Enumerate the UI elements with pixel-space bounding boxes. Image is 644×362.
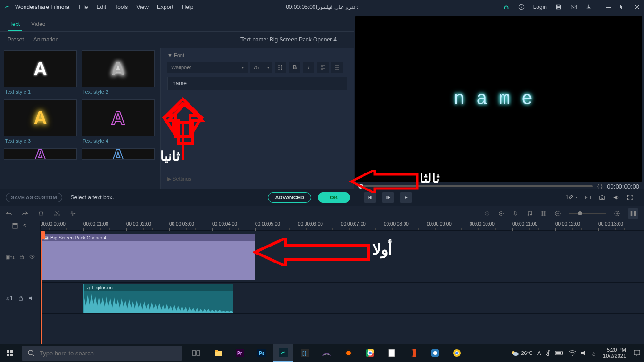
preview-ratio[interactable]: 1/2 ▾ xyxy=(565,194,577,201)
chrome-icon[interactable] xyxy=(360,344,380,362)
mic-icon[interactable] xyxy=(512,210,519,217)
snapshot-icon[interactable] xyxy=(599,194,605,201)
font-size-input[interactable]: 75▾ xyxy=(250,62,272,73)
line-spacing-icon[interactable] xyxy=(275,62,286,73)
preset-text-style-3[interactable]: A xyxy=(4,99,77,136)
zoom-in-icon[interactable] xyxy=(614,210,620,217)
timeline-toggle-icon[interactable] xyxy=(628,208,638,219)
maximize-icon[interactable] xyxy=(619,4,626,10)
undo-icon[interactable] xyxy=(6,210,12,217)
redo-icon[interactable] xyxy=(22,210,28,217)
audio-clip[interactable]: ♫Explosion xyxy=(83,284,233,313)
font-section-header[interactable]: ▼ Font xyxy=(167,51,347,62)
close-icon[interactable] xyxy=(634,4,640,10)
video-track[interactable]: TBig Screen Pack Opener 4 xyxy=(41,231,644,283)
brackets-icon[interactable]: [ ] xyxy=(295,344,315,362)
menu-file[interactable]: File xyxy=(79,4,88,10)
marker-icon[interactable] xyxy=(484,210,490,217)
photoshop-icon[interactable]: Ps xyxy=(252,344,272,362)
playhead[interactable] xyxy=(41,221,45,344)
file-explorer-icon[interactable] xyxy=(208,344,228,362)
subtab-animation[interactable]: Animation xyxy=(33,36,58,43)
preset-text-style-5[interactable]: A xyxy=(4,148,77,160)
taskbar-search[interactable] xyxy=(22,346,182,361)
font-family-select[interactable]: Wallpoet▾ xyxy=(167,62,248,73)
settings-section[interactable]: ▶ Settings xyxy=(167,173,347,185)
play-pause-button[interactable] xyxy=(382,192,394,203)
tray-expand-icon[interactable]: ᐱ xyxy=(537,350,541,356)
tab-text[interactable]: Text xyxy=(8,18,22,31)
text-content-input[interactable]: name xyxy=(167,77,347,90)
app-orange-icon[interactable] xyxy=(339,344,358,362)
login-link[interactable]: Login xyxy=(533,4,547,10)
svg-point-10 xyxy=(601,197,603,198)
mail-icon[interactable] xyxy=(570,4,577,10)
speaker-icon[interactable] xyxy=(29,296,34,301)
menu-tools[interactable]: Tools xyxy=(115,4,128,10)
weather-widget[interactable]: 26°C xyxy=(511,350,533,356)
play-button[interactable] xyxy=(400,192,412,203)
menu-help[interactable]: Help xyxy=(182,4,194,10)
sound-icon[interactable] xyxy=(581,350,587,356)
music-icon[interactable] xyxy=(526,210,533,217)
minimize-icon[interactable] xyxy=(605,4,612,10)
search-input[interactable] xyxy=(40,350,176,357)
task-view-icon[interactable] xyxy=(187,344,206,362)
menu-edit[interactable]: Edit xyxy=(97,4,107,10)
record-icon[interactable] xyxy=(498,210,504,217)
eye-icon[interactable] xyxy=(29,255,35,259)
save-icon[interactable] xyxy=(555,4,562,10)
preset-text-style-1[interactable]: A xyxy=(4,50,77,87)
preview-scrubber[interactable] xyxy=(358,185,593,187)
italic-button[interactable]: I xyxy=(303,62,314,73)
preview-video[interactable]: name xyxy=(355,16,642,182)
taskbar-datetime[interactable]: 5:20 PM 10/2/2021 xyxy=(600,347,629,359)
wifi-icon[interactable] xyxy=(569,350,576,356)
align-left-icon[interactable] xyxy=(317,62,329,73)
preset-text-style-4[interactable]: A xyxy=(82,99,155,136)
advanced-button[interactable]: ADVANCED xyxy=(268,192,311,203)
delete-icon[interactable] xyxy=(38,210,44,217)
menu-export[interactable]: Export xyxy=(157,4,173,10)
zoom-slider[interactable] xyxy=(569,213,606,214)
prev-frame-button[interactable] xyxy=(364,192,376,203)
split-icon[interactable] xyxy=(54,210,60,217)
menu-view[interactable]: View xyxy=(136,4,149,10)
nox-icon[interactable]: nox xyxy=(317,344,337,362)
audio-track[interactable]: ♫Explosion xyxy=(41,283,644,314)
preset-text-style-2[interactable]: A xyxy=(82,50,155,87)
volume-icon[interactable] xyxy=(613,194,619,201)
tab-video[interactable]: Video xyxy=(29,18,47,31)
headphones-icon[interactable] xyxy=(503,4,510,10)
battery-icon[interactable] xyxy=(555,351,564,355)
subtab-preset[interactable]: Preset xyxy=(8,36,24,43)
timeline-ruler[interactable]: 00:00:00:0000:00:01:0000:00:02:0000:00:0… xyxy=(41,221,644,231)
align-menu-icon[interactable] xyxy=(331,62,343,73)
zoom-out-icon[interactable] xyxy=(554,210,561,217)
video-clip[interactable]: TBig Screen Pack Opener 4 xyxy=(41,234,255,280)
info-icon[interactable] xyxy=(518,4,525,10)
bold-button[interactable]: B xyxy=(289,62,300,73)
adjust-icon[interactable] xyxy=(70,210,76,217)
chrome-canary-icon[interactable] xyxy=(447,344,467,362)
lock-icon[interactable] xyxy=(18,296,23,301)
bluetooth-icon[interactable] xyxy=(546,350,551,356)
filmora-taskbar-icon[interactable] xyxy=(273,344,293,362)
timeline-options-icon[interactable] xyxy=(12,223,18,229)
camera-app-icon[interactable] xyxy=(425,344,445,362)
download-icon[interactable] xyxy=(586,4,592,10)
notifications-icon[interactable] xyxy=(634,350,640,356)
mixer-icon[interactable] xyxy=(540,210,547,217)
premiere-icon[interactable]: Pr xyxy=(230,344,250,362)
ok-button[interactable]: OK xyxy=(318,192,350,203)
save-as-custom-button[interactable]: SAVE AS CUSTOM xyxy=(6,193,62,202)
preset-text-style-6[interactable]: A xyxy=(82,148,155,160)
link-icon[interactable] xyxy=(23,223,28,229)
fullscreen-icon[interactable] xyxy=(627,194,634,201)
preview-quality-icon[interactable] xyxy=(585,194,591,201)
language-indicator[interactable]: ع xyxy=(592,350,595,356)
start-button[interactable] xyxy=(0,344,20,362)
lock-icon[interactable] xyxy=(19,255,24,259)
notes-icon[interactable] xyxy=(382,344,402,362)
office-icon[interactable] xyxy=(404,344,423,362)
